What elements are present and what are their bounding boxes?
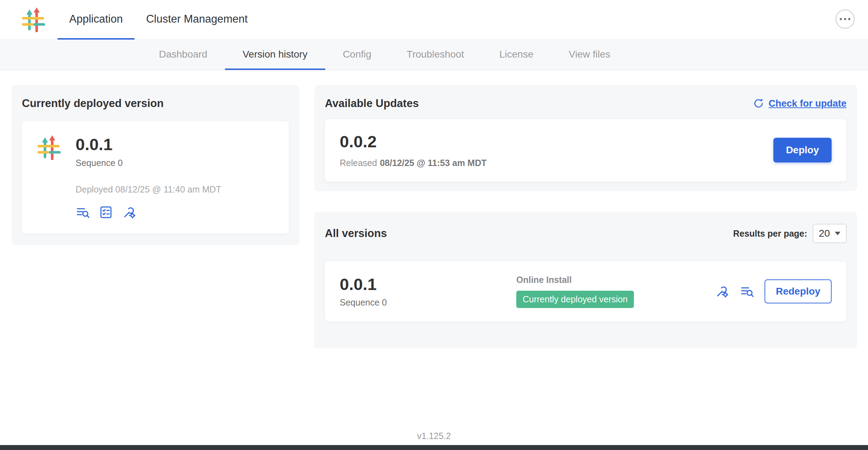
deployed-version-number: 0.0.1 bbox=[76, 135, 221, 154]
subnav-item-license[interactable]: License bbox=[482, 40, 551, 70]
overflow-menu-button[interactable] bbox=[836, 10, 855, 29]
version-row: 0.0.1 Sequence 0 Online Install Currentl… bbox=[325, 261, 846, 321]
row-install-type: Online Install bbox=[516, 275, 715, 285]
results-per-page-select[interactable]: 20 bbox=[813, 224, 846, 243]
available-updates-title: Available Updates bbox=[325, 97, 419, 110]
currently-deployed-badge: Currently deployed version bbox=[516, 291, 634, 308]
subnav-item-dashboard[interactable]: Dashboard bbox=[141, 40, 225, 70]
subnav-item-version-history[interactable]: Version history bbox=[225, 40, 325, 70]
preflight-checks-icon[interactable] bbox=[99, 205, 113, 219]
app-subnav: Dashboard Version history Config Trouble… bbox=[0, 40, 868, 70]
subnav-item-view-files[interactable]: View files bbox=[551, 40, 628, 70]
top-header: Application Cluster Management bbox=[0, 0, 868, 40]
results-per-page-label: Results per page: bbox=[733, 229, 807, 239]
deployed-actions bbox=[76, 205, 221, 219]
release-notes-icon[interactable] bbox=[740, 284, 754, 298]
redeploy-button[interactable]: Redeploy bbox=[765, 279, 832, 303]
subnav-item-config[interactable]: Config bbox=[325, 40, 389, 70]
available-updates-card: Available Updates Check for update 0.0.2… bbox=[314, 85, 857, 191]
tab-cluster-management-label: Cluster Management bbox=[146, 13, 248, 25]
subnav-item-troubleshoot[interactable]: Troubleshoot bbox=[389, 40, 482, 70]
tab-application[interactable]: Application bbox=[58, 0, 135, 40]
ellipsis-icon bbox=[840, 18, 842, 20]
edit-config-icon[interactable] bbox=[715, 284, 729, 298]
update-version-number: 0.0.2 bbox=[340, 132, 487, 151]
row-version-number: 0.0.1 bbox=[340, 275, 516, 294]
app-logo bbox=[21, 0, 46, 40]
update-row: 0.0.2 Released08/12/25 @ 11:53 am MDT De… bbox=[325, 119, 846, 182]
all-versions-card: All versions Results per page: 20 0.0.1 … bbox=[314, 212, 857, 348]
deploy-button[interactable]: Deploy bbox=[773, 138, 832, 162]
deployed-sequence: Sequence 0 bbox=[76, 158, 221, 168]
console-version: v1.125.2 bbox=[0, 431, 868, 441]
tab-cluster-management[interactable]: Cluster Management bbox=[135, 0, 260, 40]
deployed-card-title: Currently deployed version bbox=[22, 97, 289, 110]
edit-config-icon[interactable] bbox=[122, 205, 136, 219]
app-logo-small bbox=[37, 135, 61, 219]
deployed-version-card: 0.0.1 Sequence 0 Deployed 08/12/25 @ 11:… bbox=[22, 121, 289, 233]
all-versions-title: All versions bbox=[325, 227, 387, 240]
bottom-edge bbox=[0, 445, 868, 450]
check-for-update-link[interactable]: Check for update bbox=[753, 98, 846, 109]
update-released-line: Released08/12/25 @ 11:53 am MDT bbox=[340, 158, 487, 168]
tab-application-label: Application bbox=[69, 13, 123, 25]
header-tabs: Application Cluster Management bbox=[58, 0, 259, 40]
row-sequence: Sequence 0 bbox=[340, 297, 516, 308]
release-notes-icon[interactable] bbox=[76, 205, 90, 219]
chevron-down-icon bbox=[835, 232, 840, 235]
refresh-icon bbox=[753, 98, 764, 109]
currently-deployed-card: Currently deployed version 0.0.1 Sequenc… bbox=[11, 85, 299, 245]
deployed-timestamp: Deployed 08/12/25 @ 11:40 am MDT bbox=[76, 184, 221, 195]
